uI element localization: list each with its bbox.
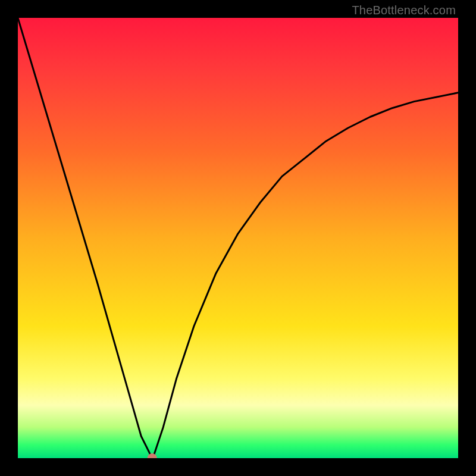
bottleneck-curve-line bbox=[18, 18, 458, 458]
optimum-point-marker bbox=[148, 453, 157, 458]
bottleneck-curve-svg bbox=[18, 18, 458, 458]
chart-frame: TheBottleneck.com bbox=[0, 0, 476, 476]
plot-area bbox=[18, 18, 458, 458]
watermark-text: TheBottleneck.com bbox=[352, 4, 456, 17]
